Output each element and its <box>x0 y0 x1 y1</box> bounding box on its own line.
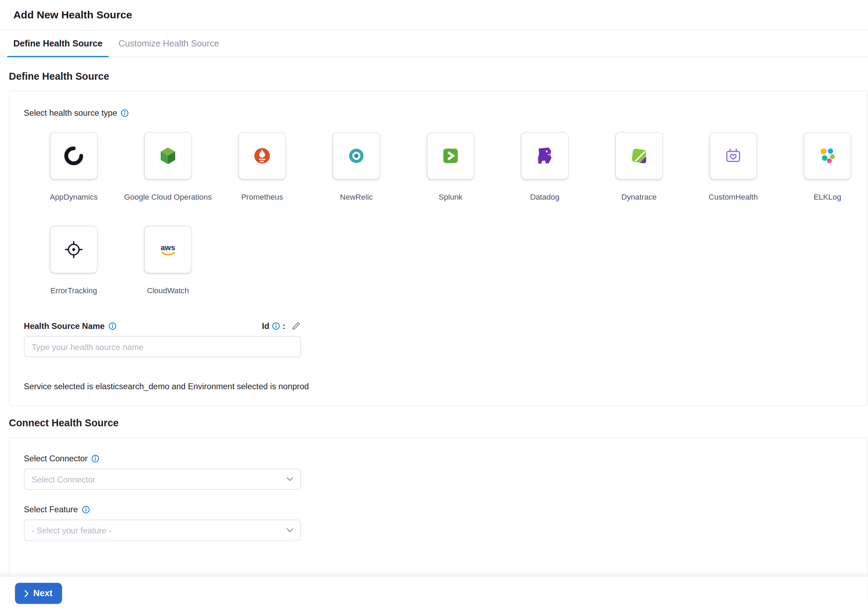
connector-select-placeholder: Select Connector <box>31 475 95 484</box>
health-source-option-prometheus[interactable]: Prometheus <box>215 132 309 202</box>
edit-id-button[interactable] <box>288 321 301 330</box>
splunk-icon <box>440 145 462 167</box>
dynatrace-icon <box>628 145 650 167</box>
footer-bar: Next <box>0 577 868 610</box>
connector-select[interactable]: Select Connector <box>24 469 301 490</box>
prometheus-icon <box>251 145 273 167</box>
define-section-heading: Define Health Source <box>9 71 868 83</box>
tile-label: NewRelic <box>340 192 373 202</box>
feature-select-placeholder: - Select your feature - <box>31 525 112 535</box>
tile-label: Prometheus <box>241 192 283 202</box>
tile-label: ELKLog <box>814 192 841 202</box>
tab-bar: Define Health Source Customize Health So… <box>0 31 868 57</box>
service-environment-note: Service selected is elasticsearch_demo a… <box>24 382 853 391</box>
health-source-type-grid: AppDynamics Google Cloud Operations Prom… <box>27 132 853 295</box>
appdynamics-icon <box>63 145 85 167</box>
source-type-info-icon[interactable] <box>121 109 129 116</box>
id-label: Id <box>262 321 269 330</box>
pencil-icon <box>291 321 301 330</box>
health-source-option-appdynamics[interactable]: AppDynamics <box>27 132 121 202</box>
health-source-option-datadog[interactable]: Datadog <box>498 132 592 202</box>
datadog-icon <box>534 145 556 167</box>
tile-label: Datadog <box>530 192 560 202</box>
health-source-option-customhealth[interactable]: CustomHealth <box>686 132 780 202</box>
google-cloud-operations-icon <box>157 145 179 167</box>
define-health-source-card: Select health source type AppDynamics <box>9 91 868 406</box>
select-connector-info-icon[interactable] <box>91 455 99 462</box>
health-source-option-newrelic[interactable]: NewRelic <box>309 132 403 202</box>
health-source-option-elklog[interactable]: ELKLog <box>780 132 868 202</box>
svg-text:aws: aws <box>161 243 175 252</box>
cloudwatch-aws-icon: aws <box>157 239 179 261</box>
tile-label: Splunk <box>439 192 463 202</box>
health-source-option-splunk[interactable]: Splunk <box>403 132 498 202</box>
chevron-down-icon <box>287 528 293 532</box>
newrelic-icon <box>345 145 367 167</box>
health-source-name-input[interactable] <box>24 336 301 357</box>
health-source-option-dynatrace[interactable]: Dynatrace <box>592 132 686 202</box>
customhealth-icon <box>722 145 744 167</box>
chevron-down-icon <box>287 477 293 481</box>
chevron-right-icon <box>24 590 29 597</box>
feature-select[interactable]: - Select your feature - <box>24 520 301 541</box>
tile-label: CloudWatch <box>147 286 189 296</box>
tile-label: CustomHealth <box>709 192 758 202</box>
tile-label: ErrorTracking <box>50 286 97 296</box>
tile-label: Dynatrace <box>622 192 657 202</box>
select-connector-label: Select Connector <box>24 454 88 463</box>
id-colon: : <box>283 321 285 330</box>
select-feature-info-icon[interactable] <box>82 505 89 513</box>
health-source-option-errortracking[interactable]: ErrorTracking <box>27 226 121 296</box>
tile-label: AppDynamics <box>50 192 98 202</box>
health-source-option-google-cloud-operations[interactable]: Google Cloud Operations <box>121 132 215 202</box>
next-button[interactable]: Next <box>15 583 62 604</box>
health-source-name-info-icon[interactable] <box>108 322 116 330</box>
id-info-icon[interactable] <box>272 322 280 330</box>
tab-define-health-source[interactable]: Define Health Source <box>7 31 109 56</box>
health-source-name-label: Health Source Name <box>24 321 105 330</box>
source-type-label: Select health source type <box>24 108 118 118</box>
select-feature-label: Select Feature <box>24 504 78 514</box>
page-title: Add New Health Source <box>13 9 132 21</box>
errortracking-icon <box>63 239 85 261</box>
tab-customize-health-source[interactable]: Customize Health Source <box>113 31 225 56</box>
tile-label: Google Cloud Operations <box>124 192 212 202</box>
next-button-label: Next <box>33 588 53 599</box>
health-source-option-cloudwatch[interactable]: aws CloudWatch <box>121 226 215 296</box>
elklog-icon <box>816 145 839 167</box>
connect-section-heading: Connect Health Source <box>9 418 868 430</box>
page-header: Add New Health Source <box>0 0 868 31</box>
add-health-source-page: Add New Health Source Define Health Sour… <box>0 0 868 610</box>
